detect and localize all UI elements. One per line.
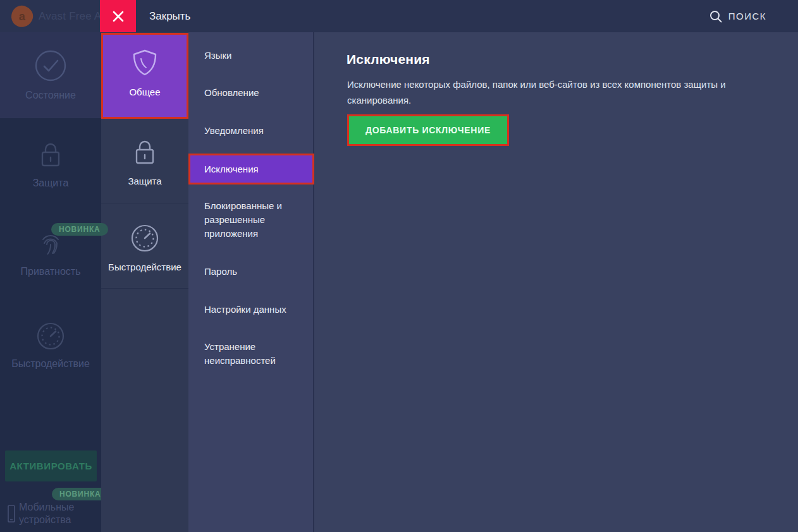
category-tab-performance[interactable]: Быстродействие: [101, 203, 188, 289]
main-sidebar: Состояние Защита НОВИНКА: [0, 32, 101, 532]
shield-icon: [103, 49, 187, 78]
category-tab-label: Защита: [101, 176, 188, 186]
phone-icon: [8, 505, 15, 523]
sidebar-item-label: Защита: [0, 178, 101, 189]
sidebar-item-performance[interactable]: Быстродействие: [0, 294, 101, 382]
new-badge-mobile: НОВИНКА: [52, 488, 109, 500]
search-label: ПОИСК: [728, 11, 766, 21]
subnav-item-password[interactable]: Пароль: [188, 265, 314, 279]
app-title: Avast Free A: [39, 10, 101, 23]
lock-icon: [101, 138, 188, 167]
sidebar-item-label: Быстродействие: [0, 358, 101, 370]
check-circle-icon: [0, 49, 101, 82]
close-icon: [111, 9, 125, 23]
activate-button[interactable]: АКТИВИРОВАТЬ: [5, 450, 97, 481]
search-icon: [709, 9, 723, 23]
sidebar-item-label: Состояние: [0, 90, 101, 101]
page-title: Исключения: [347, 52, 430, 67]
settings-content-panel: Исключения Исключение некоторых файлов, …: [316, 32, 798, 532]
add-exclusion-button[interactable]: ДОБАВИТЬ ИСКЛЮЧЕНИЕ: [347, 114, 509, 146]
search-button[interactable]: ПОИСК: [709, 0, 766, 32]
app-logo: a Avast Free A: [11, 0, 101, 32]
new-badge-privacy: НОВИНКА: [51, 223, 108, 236]
lock-icon: [0, 140, 101, 170]
page-description: Исключение некоторых файлов, папок или в…: [347, 76, 768, 108]
settings-subnav: Языки Обновление Уведомления Исключения …: [188, 32, 314, 532]
gauge-icon: [0, 322, 101, 351]
settings-category-column: Общее Защита Быстродействие: [101, 32, 188, 532]
avast-settings-window: a Avast Free A Закрыть ПОИСК: [0, 0, 798, 532]
category-tab-label: Быстродействие: [101, 262, 188, 272]
category-tab-protection[interactable]: Защита: [101, 119, 188, 203]
sidebar-item-label: Мобильные устройства: [19, 501, 74, 526]
subnav-item-troubleshooting[interactable]: Устранение неисправностей: [188, 340, 309, 368]
subnav-item-languages[interactable]: Языки: [188, 49, 314, 63]
category-tab-label: Общее: [103, 87, 187, 97]
sidebar-item-mobile-devices[interactable]: Мобильные устройства: [8, 501, 74, 526]
subnav-item-update[interactable]: Обновление: [188, 86, 314, 100]
sidebar-item-label: Приватность: [0, 266, 101, 277]
close-label[interactable]: Закрыть: [149, 0, 190, 32]
sidebar-item-status[interactable]: Состояние: [0, 32, 101, 118]
sidebar-item-protection[interactable]: Защита: [0, 118, 101, 205]
close-x-button[interactable]: [100, 0, 136, 32]
subnav-item-notifications[interactable]: Уведомления: [188, 124, 314, 138]
avast-logo-icon: a: [9, 3, 36, 30]
title-bar: a Avast Free A Закрыть ПОИСК: [0, 0, 798, 32]
subnav-item-data-settings[interactable]: Настройки данных: [188, 303, 314, 317]
subnav-item-blocked-allowed-apps[interactable]: Блокированные и разрешенные приложения: [188, 199, 309, 241]
gauge-icon: [101, 224, 188, 253]
subnav-item-exclusions[interactable]: Исключения: [188, 154, 314, 184]
sidebar-item-privacy[interactable]: Приватность: [0, 205, 101, 294]
category-tab-general[interactable]: Общее: [101, 33, 188, 119]
